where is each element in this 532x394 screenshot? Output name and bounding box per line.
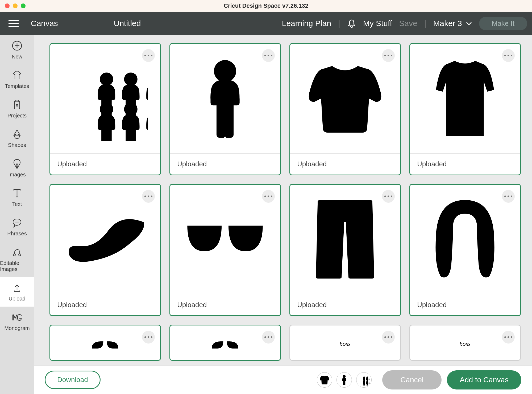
main-grid-area: UploadedUploadedUploadedUploadedUploaded… <box>34 35 532 394</box>
image-card[interactable]: Uploaded <box>289 184 401 316</box>
cancel-button[interactable]: Cancel <box>382 370 442 389</box>
add-to-canvas-button[interactable]: Add to Canvas <box>447 370 521 389</box>
my-stuff-link[interactable]: My Stuff <box>363 19 392 28</box>
image-card[interactable] <box>49 325 161 361</box>
tshirt-icon <box>12 70 22 81</box>
card-preview <box>50 185 160 294</box>
image-card[interactable]: Uploaded <box>289 43 401 175</box>
sidebar: NewTemplatesProjectsShapesImagesTextPhra… <box>0 35 34 394</box>
image-card[interactable]: Uploaded <box>49 43 161 175</box>
card-preview <box>410 185 520 294</box>
learning-plan-link[interactable]: Learning Plan <box>282 19 331 28</box>
sidebar-item-monogram[interactable]: Monogram <box>0 307 34 336</box>
card-preview <box>290 44 400 153</box>
image-card[interactable] <box>169 325 281 361</box>
image-card[interactable]: Uploaded <box>169 43 281 175</box>
sidebar-item-label: Templates <box>5 83 29 89</box>
sidebar-item-label: Text <box>12 201 22 207</box>
sidebar-item-label: Shapes <box>8 142 26 148</box>
project-title: Untitled <box>114 19 141 28</box>
bottom-action-bar: Download Cancel Add to Canvas <box>34 365 532 394</box>
sidebar-item-label: Editable Images <box>0 260 34 272</box>
card-label: Uploaded <box>170 294 280 315</box>
card-preview <box>410 44 520 153</box>
image-card[interactable]: Uploaded <box>409 184 521 316</box>
card-label: Uploaded <box>290 153 400 175</box>
card-preview <box>410 325 520 360</box>
sidebar-item-shapes[interactable]: Shapes <box>0 124 34 153</box>
upload-arrow-icon <box>12 282 22 293</box>
card-label: Uploaded <box>50 294 160 315</box>
card-preview <box>170 185 280 294</box>
card-preview <box>50 44 160 153</box>
bell-icon <box>347 19 356 28</box>
image-card[interactable] <box>289 325 401 361</box>
image-card[interactable] <box>409 325 521 361</box>
card-label: Uploaded <box>50 153 160 175</box>
card-label: Uploaded <box>290 294 400 315</box>
notifications-button[interactable] <box>347 19 356 28</box>
sidebar-item-label: Images <box>8 172 26 178</box>
window-close-button[interactable] <box>5 3 10 8</box>
machine-name: Maker 3 <box>433 19 462 28</box>
card-preview <box>170 44 280 153</box>
titlebar: Cricut Design Space v7.26.132 <box>0 0 532 12</box>
sidebar-item-projects[interactable]: Projects <box>0 94 34 124</box>
sidebar-item-upload[interactable]: Upload <box>0 277 34 307</box>
text-t-icon <box>12 188 22 198</box>
card-preview <box>170 325 280 360</box>
card-preview <box>290 325 400 360</box>
sidebar-item-new[interactable]: New <box>0 35 34 65</box>
shapes-icon <box>12 129 22 139</box>
machine-selector[interactable]: Maker 3 <box>433 19 472 28</box>
sidebar-item-label: Monogram <box>4 325 30 331</box>
divider: | <box>338 19 340 28</box>
card-preview <box>50 325 160 360</box>
sidebar-item-label: Upload <box>9 296 25 302</box>
lightbulb-icon <box>12 158 22 169</box>
window-zoom-button[interactable] <box>21 3 26 8</box>
card-label: Uploaded <box>410 153 520 175</box>
selected-thumb[interactable] <box>336 372 352 388</box>
sidebar-item-images[interactable]: Images <box>0 153 34 183</box>
sidebar-item-templates[interactable]: Templates <box>0 65 34 94</box>
sidebar-item-phrases[interactable]: Phrases <box>0 212 34 242</box>
image-card[interactable]: Uploaded <box>49 184 161 316</box>
chevron-down-icon <box>466 21 472 26</box>
divider: | <box>424 19 426 28</box>
monogram-mg-icon <box>12 312 22 323</box>
image-card[interactable]: Uploaded <box>409 43 521 175</box>
card-label: Uploaded <box>170 153 280 175</box>
hamburger-icon <box>8 19 19 28</box>
app-header: Canvas Untitled Learning Plan | My Stuff… <box>0 12 532 35</box>
selected-thumb[interactable] <box>317 372 332 388</box>
clipboard-heart-icon <box>12 99 22 110</box>
sidebar-item-label: Projects <box>7 113 27 119</box>
sidebar-item-label: Phrases <box>7 231 27 237</box>
menu-button[interactable] <box>8 19 19 28</box>
save-button[interactable]: Save <box>399 19 417 28</box>
selected-thumb[interactable] <box>356 372 372 388</box>
window-title: Cricut Design Space v7.26.132 <box>224 2 308 9</box>
image-card[interactable]: Uploaded <box>169 184 281 316</box>
node-edit-icon <box>12 247 22 257</box>
download-button[interactable]: Download <box>45 371 101 389</box>
canvas-link[interactable]: Canvas <box>31 19 58 28</box>
plus-circle-icon <box>12 40 22 51</box>
card-preview <box>290 185 400 294</box>
card-label: Uploaded <box>410 294 520 315</box>
sidebar-item-editable-images[interactable]: Editable Images <box>0 242 34 277</box>
make-it-button[interactable]: Make It <box>479 17 527 30</box>
window-minimize-button[interactable] <box>13 3 18 8</box>
sidebar-item-label: New <box>12 54 22 60</box>
speech-bubble-icon <box>12 217 22 228</box>
sidebar-item-text[interactable]: Text <box>0 183 34 212</box>
